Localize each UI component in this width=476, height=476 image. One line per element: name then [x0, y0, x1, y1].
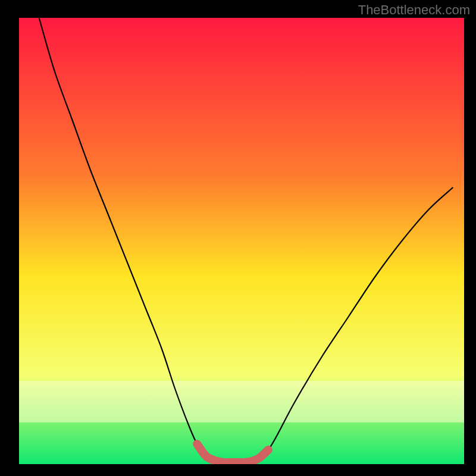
attribution-label: TheBottleneck.com — [358, 2, 470, 18]
frame-bottom — [0, 464, 476, 476]
frame-left — [0, 0, 19, 476]
bottleneck-chart — [0, 0, 476, 476]
frame-right — [464, 0, 476, 476]
glow-band — [19, 381, 464, 422]
chart-frame: TheBottleneck.com — [0, 0, 476, 476]
